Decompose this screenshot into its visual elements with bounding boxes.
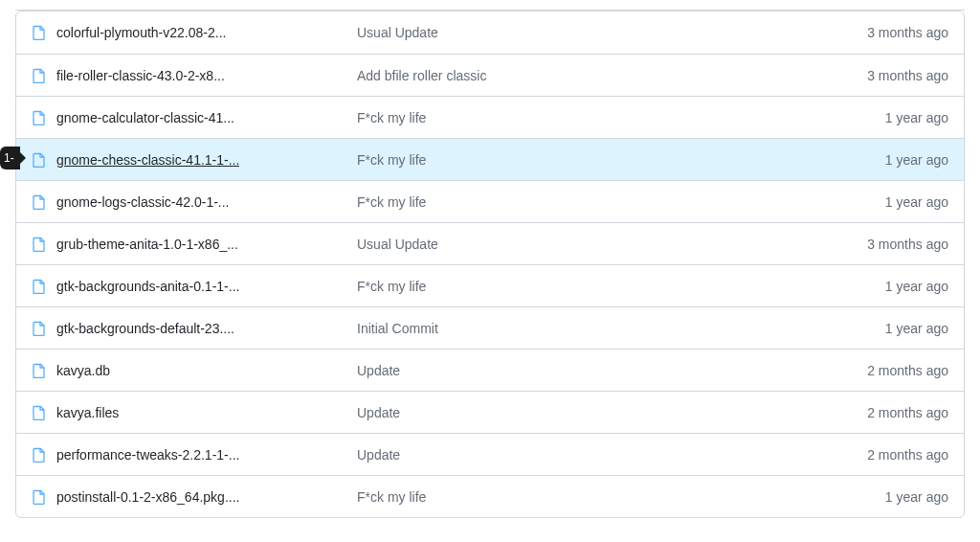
file-name-link[interactable]: postinstall-0.1-2-x86_64.pkg....: [56, 489, 239, 505]
file-name-link[interactable]: file-roller-classic-43.0-2-x8...: [56, 68, 225, 83]
commit-message[interactable]: Add bfile roller classic: [357, 68, 867, 83]
commit-age: 2 months ago: [867, 447, 948, 463]
commit-age: 1 year ago: [885, 489, 948, 505]
commit-age: 1 year ago: [885, 152, 948, 168]
file-row[interactable]: gtk-backgrounds-anita-0.1-1-...F*ck my l…: [16, 264, 964, 306]
commit-age: 2 months ago: [867, 405, 948, 420]
commit-age: 1 year ago: [885, 279, 948, 294]
file-name-cell: kavya.files: [32, 405, 357, 420]
commit-message[interactable]: Update: [357, 405, 867, 420]
commit-message[interactable]: F*ck my life: [357, 110, 885, 125]
file-name-link[interactable]: grub-theme-anita-1.0-1-x86_...: [56, 237, 238, 252]
file-name-link[interactable]: gnome-logs-classic-42.0-1-...: [56, 194, 230, 210]
filename-tooltip: 1-: [0, 147, 20, 169]
file-row[interactable]: grub-theme-anita-1.0-1-x86_...Usual Upda…: [16, 222, 964, 264]
file-name-cell: kavya.db: [32, 363, 357, 378]
file-name-link[interactable]: colorful-plymouth-v22.08-2...: [56, 25, 226, 40]
file-name-cell: gnome-logs-classic-42.0-1-...: [32, 194, 357, 210]
commit-age: 2 months ago: [867, 363, 948, 378]
file-name-link[interactable]: performance-tweaks-2.2.1-1-...: [56, 447, 239, 463]
file-name-link[interactable]: gtk-backgrounds-anita-0.1-1-...: [56, 279, 239, 294]
file-row[interactable]: postinstall-0.1-2-x86_64.pkg....F*ck my …: [16, 475, 964, 517]
commit-message[interactable]: Update: [357, 447, 867, 463]
file-row[interactable]: kavya.filesUpdate2 months ago: [16, 391, 964, 433]
commit-message[interactable]: F*ck my life: [357, 279, 885, 294]
commit-message[interactable]: Usual Update: [357, 237, 867, 252]
file-name-cell: performance-tweaks-2.2.1-1-...: [32, 447, 357, 463]
commit-age: 3 months ago: [867, 25, 948, 40]
file-name-link[interactable]: gnome-calculator-classic-41...: [56, 110, 234, 125]
file-name-cell: file-roller-classic-43.0-2-x8...: [32, 68, 357, 83]
file-name-cell: postinstall-0.1-2-x86_64.pkg....: [32, 489, 357, 505]
file-list-table: colorful-plymouth-v22.08-2...Usual Updat…: [15, 11, 965, 518]
commit-age: 3 months ago: [867, 237, 948, 252]
commit-message[interactable]: Usual Update: [357, 25, 867, 40]
file-row[interactable]: gtk-backgrounds-default-23....Initial Co…: [16, 306, 964, 349]
file-name-link[interactable]: gtk-backgrounds-default-23....: [56, 321, 234, 336]
file-name-cell: grub-theme-anita-1.0-1-x86_...: [32, 237, 357, 252]
file-name-link[interactable]: gnome-chess-classic-41.1-1-...: [56, 152, 239, 168]
commit-age: 3 months ago: [867, 68, 948, 83]
commit-message[interactable]: F*ck my life: [357, 489, 885, 505]
file-name-cell: gnome-chess-classic-41.1-1-...: [32, 152, 357, 168]
commit-age: 1 year ago: [885, 321, 948, 336]
commit-message[interactable]: F*ck my life: [357, 194, 885, 210]
file-row[interactable]: gnome-calculator-classic-41...F*ck my li…: [16, 96, 964, 138]
commit-age: 1 year ago: [885, 110, 948, 125]
file-name-link[interactable]: kavya.db: [56, 363, 110, 378]
file-row[interactable]: colorful-plymouth-v22.08-2...Usual Updat…: [16, 11, 964, 54]
file-row[interactable]: file-roller-classic-43.0-2-x8...Add bfil…: [16, 54, 964, 96]
commit-message[interactable]: F*ck my life: [357, 152, 885, 168]
file-name-cell: gnome-calculator-classic-41...: [32, 110, 357, 125]
file-name-cell: gtk-backgrounds-anita-0.1-1-...: [32, 279, 357, 294]
file-row[interactable]: gnome-chess-classic-41.1-1-...F*ck my li…: [16, 138, 964, 180]
file-row[interactable]: kavya.dbUpdate2 months ago: [16, 349, 964, 391]
file-name-cell: gtk-backgrounds-default-23....: [32, 321, 357, 336]
commit-message[interactable]: Update: [357, 363, 867, 378]
file-name-link[interactable]: kavya.files: [56, 405, 119, 420]
file-row[interactable]: gnome-logs-classic-42.0-1-...F*ck my lif…: [16, 180, 964, 222]
file-row[interactable]: performance-tweaks-2.2.1-1-...Update2 mo…: [16, 433, 964, 475]
commit-age: 1 year ago: [885, 194, 948, 210]
commit-message[interactable]: Initial Commit: [357, 321, 885, 336]
file-name-cell: colorful-plymouth-v22.08-2...: [32, 25, 357, 40]
